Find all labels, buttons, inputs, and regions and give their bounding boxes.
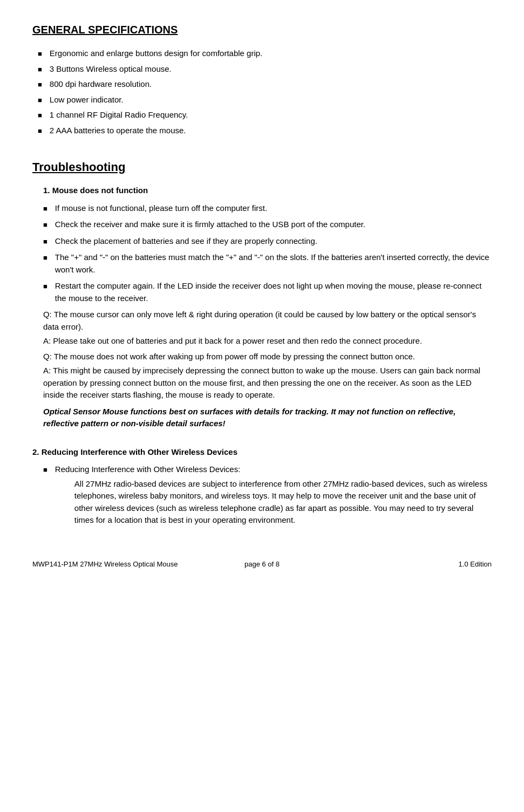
troubleshooting-item-1: 1. Mouse does not function If mouse is n… [32, 185, 492, 430]
troubleshooting-item-2: 2. Reducing Interference with Other Wire… [32, 446, 492, 527]
qa-question-2: Q: The mouse does not work after waking … [43, 351, 492, 363]
qa-block-2: Q: The mouse does not work after waking … [32, 351, 492, 401]
list-item-text: Check the receiver and make sure it is f… [55, 219, 365, 231]
list-item: 1 channel RF Digital Radio Frequency. [32, 109, 492, 121]
item1-header: 1. Mouse does not function [32, 185, 492, 197]
list-item-text: Low power indicator. [50, 94, 124, 106]
general-spec-list: Ergonomic and enlarge buttons design for… [32, 47, 492, 137]
list-item: Reducing Interference with Other Wireles… [43, 463, 492, 527]
item1-title: Mouse does not function [52, 186, 148, 195]
page-footer: MWP141-P1M 27MHz Wireless Optical Mouse … [32, 559, 492, 570]
list-item: Check the placement of batteries and see… [43, 235, 492, 248]
item2-bullet-header: Reducing Interference with Other Wireles… [55, 463, 492, 476]
qa-answer-2: A: This might be caused by imprecisely d… [43, 365, 492, 401]
qa-answer-1: A: Please take out one of batteries and … [43, 335, 492, 347]
qa-question-1: Q: The mouse cursor can only move left &… [43, 309, 492, 333]
list-item-text: If mouse is not functional, please turn … [55, 202, 267, 215]
footer-product-name: MWP141-P1M 27MHz Wireless Optical Mouse [32, 559, 186, 570]
troubleshooting-title: Troubleshooting [32, 158, 492, 176]
list-item: 800 dpi hardware resolution. [32, 78, 492, 91]
list-item-text: Ergonomic and enlarge buttons design for… [50, 47, 262, 60]
list-item-text: Restart the computer again. If the LED i… [55, 280, 492, 304]
general-spec-title: GENERAL SPECIFICATIONS [32, 22, 178, 38]
item2-bullet-content: Reducing Interference with Other Wireles… [55, 463, 492, 527]
footer-page-number: page 6 of 8 [186, 559, 339, 570]
list-item: Low power indicator. [32, 94, 492, 106]
list-item-text: The "+" and "-" on the batteries must ma… [55, 251, 492, 276]
list-item-text: 1 channel RF Digital Radio Frequency. [50, 109, 188, 121]
list-item-text: 800 dpi hardware resolution. [50, 78, 152, 91]
list-item: Ergonomic and enlarge buttons design for… [32, 47, 492, 60]
item1-num: 1. [43, 186, 50, 195]
item2-bullet-list: Reducing Interference with Other Wireles… [32, 463, 492, 527]
optical-sensor-note: Optical Sensor Mouse functions best on s… [32, 406, 492, 430]
list-item-text: Check the placement of batteries and see… [55, 235, 317, 248]
list-item: Check the receiver and make sure it is f… [43, 219, 492, 231]
list-item-text: 2 AAA batteries to operate the mouse. [50, 125, 186, 137]
item2-header: 2. Reducing Interference with Other Wire… [32, 446, 492, 459]
list-item: If mouse is not functional, please turn … [43, 202, 492, 215]
list-item-text: 3 Buttons Wireless optical mouse. [50, 63, 172, 76]
troubleshooting-section: Troubleshooting 1. Mouse does not functi… [32, 158, 492, 527]
list-item: Restart the computer again. If the LED i… [43, 280, 492, 304]
item1-bullet-list: If mouse is not functional, please turn … [32, 202, 492, 305]
list-item: 2 AAA batteries to operate the mouse. [32, 125, 492, 137]
list-item: The "+" and "-" on the batteries must ma… [43, 251, 492, 276]
general-spec-section: GENERAL SPECIFICATIONS Ergonomic and enl… [32, 22, 492, 137]
list-item: 3 Buttons Wireless optical mouse. [32, 63, 492, 76]
item2-indent-text: All 27MHz radio-based devices are subjec… [55, 478, 492, 527]
footer-edition: 1.0 Edition [338, 559, 492, 570]
qa-block-1: Q: The mouse cursor can only move left &… [32, 309, 492, 347]
